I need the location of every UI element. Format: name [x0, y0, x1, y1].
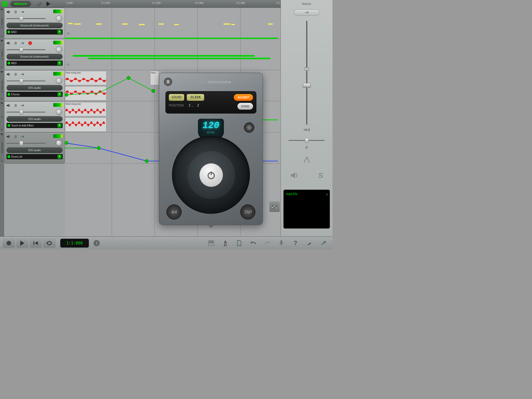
- track-header[interactable]: SiOS audioTouch to Add Effect+: [4, 101, 65, 132]
- fx-slot[interactable]: MIDI+: [6, 29, 63, 35]
- master-pan-slider[interactable]: [289, 138, 325, 143]
- master-fader[interactable]: [303, 21, 311, 125]
- mic-icon[interactable]: [277, 239, 285, 247]
- solo-icon[interactable]: S: [14, 72, 17, 76]
- info-button[interactable]: i: [94, 240, 100, 246]
- pan-knob[interactable]: [56, 78, 62, 84]
- add-fx-icon[interactable]: +: [57, 123, 62, 128]
- track-name[interactable]: iOS audio: [6, 147, 63, 153]
- automation-node[interactable]: [151, 89, 155, 93]
- speaker-icon[interactable]: [6, 10, 11, 14]
- output-icon[interactable]: [21, 10, 25, 14]
- fx-slot[interactable]: Chorus+: [6, 92, 63, 97]
- track-name[interactable]: Drums kit (Instrument): [6, 54, 63, 59]
- track-name[interactable]: iOS audio: [6, 85, 63, 91]
- add-fx-icon[interactable]: +: [57, 61, 62, 65]
- output-icon[interactable]: [21, 41, 25, 45]
- pan-knob[interactable]: [56, 109, 62, 115]
- track-header[interactable]: SiOS audioChorus+: [4, 70, 65, 101]
- midi-note[interactable]: [74, 23, 81, 25]
- new-file-icon[interactable]: +: [235, 239, 243, 247]
- fx-enable-icon[interactable]: [8, 31, 10, 33]
- fx-enable-icon[interactable]: [8, 62, 10, 64]
- power-button[interactable]: [199, 163, 223, 187]
- accent-button[interactable]: ACCENT: [234, 94, 253, 101]
- move-handle-icon[interactable]: ✥: [66, 31, 72, 36]
- audio-clip[interactable]: [65, 86, 107, 101]
- piano-icon[interactable]: [207, 239, 215, 247]
- transport-position[interactable]: 1:1:000: [60, 239, 89, 248]
- settings-button[interactable]: [244, 122, 254, 133]
- close-track-icon[interactable]: X: [1, 128, 3, 131]
- collapse-icon[interactable]: [1, 9, 3, 11]
- loop-button[interactable]: [43, 238, 56, 248]
- midi-note[interactable]: [122, 23, 128, 25]
- midi-note[interactable]: [231, 24, 235, 25]
- automation-node[interactable]: [127, 76, 130, 80]
- fx-enable-icon[interactable]: [8, 124, 10, 127]
- midi-note[interactable]: [174, 24, 179, 25]
- output-icon[interactable]: [21, 72, 25, 76]
- move-handle-icon[interactable]: ✥: [66, 62, 72, 68]
- metronome-icon[interactable]: [221, 239, 229, 247]
- master-add-efx[interactable]: Add Efx ›: [283, 190, 330, 229]
- automation-line[interactable]: [88, 58, 270, 59]
- close-track-icon[interactable]: X: [1, 35, 3, 38]
- record-arm-icon[interactable]: [28, 41, 32, 45]
- pan-knob[interactable]: [56, 140, 62, 146]
- record-button[interactable]: [3, 238, 15, 248]
- speaker-icon[interactable]: [6, 41, 11, 45]
- redo-button[interactable]: [263, 239, 271, 247]
- midi-note[interactable]: [139, 24, 145, 25]
- volume-slider[interactable]: [6, 78, 45, 83]
- tap-button[interactable]: TAP: [240, 204, 255, 220]
- midi-note[interactable]: [158, 23, 164, 25]
- fx-slot[interactable]: Touch to Add Effect+: [6, 123, 63, 128]
- output-icon[interactable]: [21, 103, 25, 108]
- tempo-dial[interactable]: [172, 136, 250, 214]
- master-output-button[interactable]: [294, 9, 320, 16]
- fx-slot[interactable]: MIDI+: [6, 61, 63, 66]
- snap-mode-button[interactable]: Measure: [10, 1, 31, 7]
- automation-icon[interactable]: [303, 156, 311, 164]
- pan-knob[interactable]: [56, 46, 62, 53]
- volume-slider[interactable]: [6, 16, 45, 21]
- help-icon[interactable]: ?: [291, 239, 299, 247]
- rewind-button[interactable]: [30, 238, 42, 248]
- automation-line[interactable]: [73, 55, 255, 57]
- midi-note[interactable]: [68, 23, 73, 24]
- audio-clip[interactable]: New song.wav: [65, 71, 107, 85]
- automation-node[interactable]: [65, 141, 68, 145]
- track-name[interactable]: iOS audio: [6, 116, 63, 122]
- track-name[interactable]: Drums kit (Instrument): [6, 23, 63, 28]
- play-marker-icon[interactable]: [46, 2, 50, 6]
- midi-note[interactable]: [268, 23, 273, 25]
- audio-clip[interactable]: [65, 117, 107, 132]
- speaker-icon[interactable]: [6, 135, 11, 139]
- audio-clip[interactable]: New song.wav: [65, 102, 107, 116]
- sound-value[interactable]: CLICK: [187, 94, 204, 101]
- undo-button[interactable]: [249, 239, 257, 247]
- fx-enable-icon[interactable]: [8, 155, 10, 158]
- play-button[interactable]: [16, 238, 29, 248]
- track-header[interactable]: SDrums kit (Instrument)MIDI+: [4, 8, 65, 39]
- draw-tool-button[interactable]: [36, 1, 43, 6]
- time-ruler[interactable]: :1:000 2:1:000 3:1:000 4:1:000 5:1:000 6…: [65, 0, 281, 8]
- timesig-button[interactable]: 4/4: [167, 204, 182, 220]
- add-fx-icon[interactable]: +: [57, 92, 62, 96]
- add-fx-icon[interactable]: +: [57, 155, 62, 159]
- solo-icon[interactable]: S: [14, 41, 17, 45]
- add-fx-icon[interactable]: +: [57, 30, 62, 34]
- speaker-icon[interactable]: [290, 171, 299, 179]
- speaker-icon[interactable]: [6, 103, 11, 108]
- audio-clip[interactable]: New…: [150, 71, 159, 85]
- track-header[interactable]: SiOS audioDrums kit+: [4, 132, 65, 164]
- output-icon[interactable]: [21, 135, 25, 139]
- fader-thumb[interactable]: [303, 83, 311, 88]
- automation-node[interactable]: [145, 159, 149, 163]
- automation-node[interactable]: [97, 146, 101, 150]
- volume-slider[interactable]: [6, 47, 45, 52]
- pan-knob[interactable]: [56, 15, 62, 22]
- solo-icon[interactable]: S: [14, 10, 17, 14]
- song-button[interactable]: SONG: [237, 103, 253, 110]
